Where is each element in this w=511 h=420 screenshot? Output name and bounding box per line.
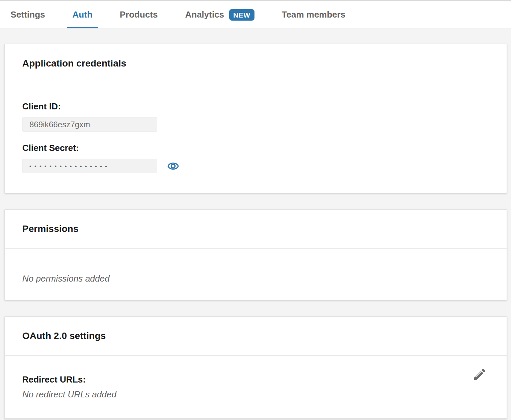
edit-redirect-urls-button[interactable] — [472, 367, 487, 382]
reveal-secret-button[interactable] — [167, 160, 179, 172]
application-credentials-card: Application credentials Client ID: 869ik… — [4, 44, 507, 193]
application-credentials-body: Client ID: 869ik66esz7gxm Client Secret:… — [5, 83, 507, 193]
tab-settings-label: Settings — [10, 9, 45, 20]
tab-auth[interactable]: Auth — [67, 1, 98, 28]
permissions-header: Permissions — [5, 210, 507, 248]
tab-settings[interactable]: Settings — [5, 1, 51, 28]
new-badge: NEW — [229, 9, 254, 21]
client-secret-label: Client Secret: — [22, 143, 489, 153]
permissions-body: No permissions added — [5, 248, 507, 300]
client-secret-field: •••••••••••••••• — [22, 159, 157, 173]
client-secret-row: •••••••••••••••• — [22, 159, 489, 173]
tab-analytics[interactable]: Analytics NEW — [179, 1, 260, 28]
pencil-icon — [472, 367, 487, 382]
oauth-settings-card: OAuth 2.0 settings Redirect URLs: No red… — [4, 316, 507, 419]
oauth-settings-title: OAuth 2.0 settings — [22, 330, 489, 342]
client-id-value: 869ik66esz7gxm — [29, 120, 90, 129]
permissions-card: Permissions No permissions added — [4, 209, 507, 300]
app-tab-bar: Settings Auth Products Analytics NEW Tea… — [0, 0, 511, 28]
tab-products[interactable]: Products — [114, 1, 164, 28]
oauth-settings-body: Redirect URLs: No redirect URLs added — [5, 356, 507, 418]
tab-auth-label: Auth — [73, 9, 92, 20]
client-id-field: 869ik66esz7gxm — [22, 117, 157, 132]
client-id-label: Client ID: — [22, 101, 489, 111]
redirect-urls-empty-text: No redirect URLs added — [22, 389, 489, 399]
auth-tab-content: Application credentials Client ID: 869ik… — [0, 28, 511, 419]
eye-icon — [167, 160, 179, 172]
permissions-empty-text: No permissions added — [22, 273, 489, 284]
redirect-urls-label: Redirect URLs: — [22, 374, 489, 385]
client-secret-masked-value: •••••••••••••••• — [29, 163, 110, 169]
tab-products-label: Products — [120, 9, 158, 20]
tab-team-members[interactable]: Team members — [276, 1, 351, 28]
oauth-settings-header: OAuth 2.0 settings — [5, 317, 507, 356]
permissions-title: Permissions — [22, 223, 489, 235]
application-credentials-header: Application credentials — [5, 44, 507, 83]
tab-analytics-label: Analytics — [185, 9, 224, 20]
tab-team-members-label: Team members — [282, 9, 346, 20]
application-credentials-title: Application credentials — [22, 58, 489, 69]
